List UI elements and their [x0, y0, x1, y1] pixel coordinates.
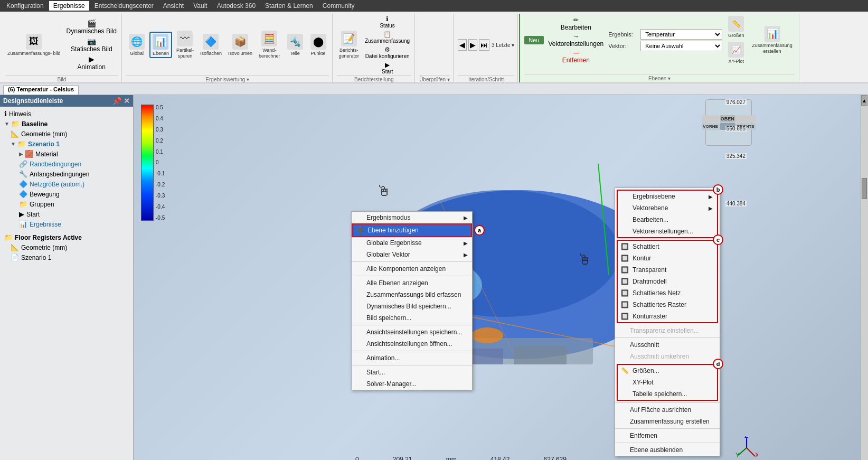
sidebar-close-icon[interactable]: ✕: [124, 97, 130, 105]
ctx-tabelle-speichern[interactable]: Tabelle speichern...: [618, 388, 717, 400]
menu-community[interactable]: Community: [318, 1, 359, 11]
sidebar-item-anfangsbedingungen[interactable]: 🔧 Anfangsbedingungen: [0, 169, 133, 179]
ctx-vektoreinstellungen[interactable]: Vektoreinstellungen...: [618, 226, 717, 237]
ctx-start[interactable]: Start...: [352, 367, 472, 378]
ctx-bild-speichern[interactable]: Bild speichern...: [352, 312, 472, 324]
ctx-entfernen[interactable]: Entfernen: [615, 430, 720, 442]
menu-autodesk360[interactable]: Autodesk 360: [213, 1, 260, 11]
scroll-up-btn[interactable]: ▲: [861, 95, 867, 106]
sidebar-item-randbedingungen[interactable]: 🔗 Randbedingungen: [0, 159, 133, 169]
ctx-ebene-hinzufugen[interactable]: ➕ Ebene hinzufügen a: [352, 223, 472, 237]
ctx-dynamisches-bild-speichern[interactable]: Dynamisches Bild speichern...: [352, 301, 472, 312]
btn-neu[interactable]: Neu: [524, 36, 543, 44]
btn-zusammenfassungsbild[interactable]: 🖼 Zusammenfassungs- bild: [5, 33, 63, 58]
sidebar-item-material[interactable]: ▶ 🧱 Material: [0, 149, 133, 159]
viewport[interactable]: 0.5 0.4 0.3 0.2 0.1 0 -0.1 -0.2 -0.3 -0.…: [134, 95, 868, 460]
sidebar-item-netzgröße[interactable]: 🔷 Netzgröße (autom.): [0, 179, 133, 189]
sidebar-item-gruppen[interactable]: 📁 Gruppen: [0, 199, 133, 209]
ctx-ebene-ausblenden[interactable]: Ebene ausblenden: [615, 444, 720, 456]
menu-entscheidungscenter[interactable]: Entscheidungscenter: [90, 1, 158, 11]
ctx-ansicht-speichern[interactable]: Ansichtseinstellungen speichern...: [352, 326, 472, 338]
ctx-solver-manager[interactable]: Solver-Manager...: [352, 378, 472, 390]
nav-cube-left[interactable]: VORNE: [702, 123, 719, 130]
btn-wandberechner[interactable]: 🧮 Wand-berechner: [257, 30, 282, 60]
ctx-ausschnitt-umkehren-label: Ausschnitt umkehren: [630, 353, 689, 360]
btn-status[interactable]: ℹ Status: [363, 15, 411, 29]
sidebar-item-baseline[interactable]: ▼ 📁 Baseline: [0, 119, 133, 129]
btn-zusammenfassung[interactable]: 📋 Zusammenfassung: [363, 30, 411, 44]
menu-ergebnisse[interactable]: Ergebnisse: [49, 1, 89, 11]
btn-partikelspuren[interactable]: 〰 Partikel-spuren: [174, 30, 196, 60]
sidebar-item-bewegung[interactable]: 🔷 Bewegung: [0, 189, 133, 199]
btn-datei-konfigurieren[interactable]: ⚙ Datei konfigurieren: [363, 45, 411, 60]
ctx-drahtmodell[interactable]: 🔲 Drahtmodell: [618, 276, 717, 287]
ctx-zusammenfassungsbild[interactable]: Zusammenfassungs bild erfassen: [352, 289, 472, 301]
ctx-alle-ebenen[interactable]: Alle Ebenen anzeigen: [352, 277, 472, 289]
ctx-schattiert[interactable]: 🔲 Schattiert: [618, 241, 717, 252]
ctx-auf-flaeche[interactable]: Auf Fläche ausrichten: [615, 404, 720, 416]
menu-vault[interactable]: Vault: [189, 1, 211, 11]
btn-prev-step[interactable]: ◀: [458, 39, 467, 51]
sidebar-item-start[interactable]: ▶ Start: [0, 209, 133, 219]
ctx-ergebnismodus[interactable]: Ergebnismodus ▶: [352, 212, 472, 223]
menu-ansicht[interactable]: Ansicht: [159, 1, 188, 11]
ctx-größen[interactable]: 📏 Größen...: [618, 365, 717, 377]
nav-cube[interactable]: OBEN VORNE RECHTS: [705, 99, 752, 146]
ctx-vektorebene[interactable]: Vektorebene ▶: [618, 202, 717, 214]
btn-bearbeiten[interactable]: ✏ Bearbeiten: [547, 16, 606, 32]
sidebar-item-szenario-1[interactable]: ▼ 📁 Szenario 1: [0, 139, 133, 149]
ctx-animation[interactable]: Animation...: [352, 352, 472, 364]
btn-punkte[interactable]: ⬤ Punkte: [308, 33, 329, 58]
ctx-globaler-vektor[interactable]: Globaler Vektor ▶: [352, 249, 472, 260]
tab-temperatur[interactable]: (6) Temperatur - Celsius: [3, 85, 79, 95]
sidebar-title: Designstudienleiste: [3, 97, 63, 105]
ribbon-group-ebenen-label: Ebenen ▾: [524, 74, 794, 81]
menu-starten-lernen[interactable]: Starten & Lernen: [261, 1, 317, 11]
btn-next-step[interactable]: ▶: [468, 39, 477, 51]
ctx-schattiertes-netz[interactable]: 🔲 Schattiertes Netz: [618, 287, 717, 299]
ctx-konturraster[interactable]: 🔲 Konturraster: [618, 311, 717, 322]
btn-größen[interactable]: 📏 Größen: [725, 15, 747, 40]
btn-start-ribbon[interactable]: ▶ Start: [363, 61, 411, 75]
ctx-schattiertes-raster[interactable]: 🔲 Schattiertes Raster: [618, 299, 717, 311]
ctx-ausschnitt[interactable]: Ausschnitt: [615, 339, 720, 351]
vertical-scrollbar[interactable]: ▲ ▼: [861, 95, 868, 460]
btn-entfernen[interactable]: — Entfernen: [547, 49, 606, 64]
step-label: 3 Letzte ▾: [492, 42, 514, 48]
btn-global[interactable]: 🌐 Global: [126, 33, 147, 58]
sidebar-item-geometrie-2[interactable]: 📐 Geometrie (mm): [0, 242, 133, 252]
ctx-alle-komponenten[interactable]: Alle Komponenten anzeigen: [352, 263, 472, 275]
btn-statisches-bild[interactable]: 📷 Statisches Bild: [65, 36, 118, 53]
ctx-zusammenfassung-erstellen[interactable]: Zusammenfassung erstellen: [615, 416, 720, 427]
btn-xyplot[interactable]: 📈 XY-Plot: [725, 41, 747, 65]
btn-teile[interactable]: 🔩 Teile: [285, 33, 306, 58]
btn-animation[interactable]: ▶ Animation: [65, 54, 118, 71]
sidebar-item-szenario-2[interactable]: 📄 Szenario 1: [0, 252, 133, 262]
btn-ebenen[interactable]: 📊 Ebenen: [149, 32, 172, 59]
ctx-bearbeiten[interactable]: Bearbeiten...: [618, 214, 717, 226]
btn-vektoreinstellungen[interactable]: → Vektoreinstellungen: [547, 32, 606, 48]
menu-konfiguration[interactable]: Konfiguration: [2, 1, 48, 11]
scroll-thumb[interactable]: [862, 178, 867, 199]
ergebnis-select[interactable]: Temperatur: [640, 29, 722, 40]
sidebar-item-geometrie-1[interactable]: 📐 Geometrie (mm): [0, 129, 133, 139]
ctx-ergebnisebene[interactable]: Ergebnisebene ▶: [618, 191, 717, 202]
btn-isoflächen[interactable]: 🔷 Isoflächen: [198, 33, 224, 58]
sidebar-pin-icon[interactable]: 📌: [112, 97, 121, 105]
vektor-select[interactable]: Keine Auswahl: [640, 41, 722, 51]
sidebar-item-hinweis[interactable]: ℹ Hinweis: [0, 109, 133, 119]
ergebnis-label: Ergebnis:: [608, 31, 637, 37]
ctx-transparent[interactable]: 🔲 Transparent: [618, 264, 717, 276]
ctx-xy-plot[interactable]: XY-Plot: [618, 377, 717, 388]
sidebar-item-ergebnisse[interactable]: 📊 Ergebnisse: [0, 219, 133, 229]
ctx-ansicht-öffnen[interactable]: Ansichtseinstellungen öffnen...: [352, 338, 472, 350]
nav-cube-top[interactable]: OBEN: [720, 115, 735, 123]
btn-dynamisches-bild[interactable]: 🎬 Dynamisches Bild: [65, 18, 118, 35]
btn-last-step[interactable]: ⏭: [479, 39, 489, 51]
ctx-kontur[interactable]: 🔲 Kontur: [618, 252, 717, 264]
btn-zusammenfassung-erstellen[interactable]: 📊 Zusammenfassungerstellen: [750, 25, 795, 55]
sidebar-item-floor-registers[interactable]: 📁 Floor Registers Active: [0, 232, 133, 242]
ctx-globale-ergebnisse[interactable]: Globale Ergebnisse ▶: [352, 237, 472, 249]
btn-isovolumen[interactable]: 📦 Isovolumen: [226, 33, 254, 58]
btn-berichtsgenerator[interactable]: 📝 Berichts-generator: [337, 30, 362, 60]
